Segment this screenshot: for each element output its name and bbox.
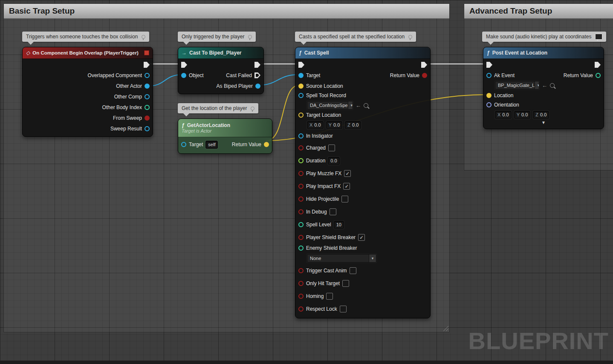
bubble-pin-icon[interactable]: [595, 34, 602, 40]
orientation-x-field[interactable]: X0.0: [495, 111, 512, 119]
node-header[interactable]: → Cast To Biped_Player: [178, 47, 263, 59]
orientation-z-field[interactable]: Z0.0: [533, 111, 549, 119]
play-muzzle-fx-pin[interactable]: [298, 171, 304, 176]
location-pin[interactable]: [486, 93, 492, 98]
pin-label: In Debug: [306, 209, 327, 215]
other-body-index-pin[interactable]: [145, 105, 150, 110]
node-comment-bubble: Triggers when someone touches the box co…: [22, 32, 149, 42]
sweep-result-pin[interactable]: [145, 126, 150, 131]
pin-label: Spell Level: [306, 222, 331, 228]
exec-out-pin[interactable]: [421, 62, 427, 68]
bubble-pin-icon[interactable]: [142, 35, 145, 39]
exec-in-pin[interactable]: [181, 62, 187, 68]
homing-checkbox[interactable]: [326, 293, 333, 300]
orientation-y-field[interactable]: Y0.0: [514, 111, 531, 119]
return-value-pin[interactable]: [596, 73, 601, 78]
node-get-actor-location[interactable]: ƒ GetActorLocation Target is Actor Targe…: [178, 118, 272, 154]
pin-label: Return Value: [390, 72, 419, 78]
use-selected-asset-icon[interactable]: ←: [356, 103, 361, 108]
bubble-pin-icon[interactable]: [248, 35, 252, 39]
chevron-down-icon: ▾: [369, 254, 376, 262]
pin-label: Only Hit Target: [306, 280, 340, 286]
pin-label: Respect Lock: [306, 306, 337, 312]
spell-level-field[interactable]: 10: [334, 221, 344, 229]
use-selected-asset-icon[interactable]: ←: [542, 83, 547, 88]
exec-in-pin[interactable]: [298, 62, 304, 68]
exec-out-pin[interactable]: [254, 62, 260, 68]
bubble-pin-icon[interactable]: [408, 35, 412, 39]
trigger-cast-anim-pin[interactable]: [298, 268, 304, 273]
only-hit-target-pin[interactable]: [298, 281, 304, 286]
in-debug-pin[interactable]: [298, 209, 304, 214]
bubble-pin-icon[interactable]: [251, 107, 254, 110]
exec-out-pin[interactable]: [595, 62, 601, 68]
play-muzzle-fx-checkbox[interactable]: ✓: [344, 170, 351, 177]
player-shield-breaker-checkbox[interactable]: ✓: [358, 234, 365, 241]
charged-pin[interactable]: [298, 145, 304, 150]
from-sweep-pin[interactable]: [145, 116, 150, 121]
play-impact-fx-pin[interactable]: [298, 184, 304, 189]
pin-label: Overlapped Component: [88, 72, 142, 78]
node-title: Cast To Biped_Player: [189, 50, 241, 56]
delegate-pin[interactable]: [144, 50, 149, 55]
target-location-pin[interactable]: [298, 113, 304, 118]
node-header[interactable]: ƒ Post Event at Location: [483, 47, 604, 59]
duration-field[interactable]: 0.0: [328, 157, 339, 165]
browse-asset-icon[interactable]: [364, 103, 368, 108]
exec-out-pin[interactable]: [144, 62, 150, 68]
node-cast-spell[interactable]: ƒ Cast Spell Target Return Value Source …: [295, 47, 431, 318]
ak-event-dropdown[interactable]: BP_MagicGate_L ▾: [495, 81, 539, 90]
spell-level-pin[interactable]: [298, 222, 304, 227]
resize-grip[interactable]: [442, 325, 448, 331]
only-hit-target-checkbox[interactable]: [342, 280, 349, 287]
respect-lock-checkbox[interactable]: [340, 306, 347, 312]
node-post-event[interactable]: ƒ Post Event at Location Ak Event Return…: [483, 47, 604, 129]
exec-in-pin[interactable]: [486, 62, 492, 68]
pin-label: Play Muzzle FX: [306, 170, 341, 176]
node-header[interactable]: ƒ GetActorLocation Target is Actor: [178, 119, 272, 137]
source-location-pin[interactable]: [298, 84, 304, 89]
comment-title-basic[interactable]: Basic Trap Setup: [4, 4, 449, 19]
respect-lock-pin[interactable]: [298, 306, 304, 312]
ak-event-pin[interactable]: [486, 73, 492, 78]
node-header[interactable]: ƒ Cast Spell: [295, 47, 430, 59]
target-self-field[interactable]: self: [205, 141, 218, 149]
enemy-shield-breaker-pin[interactable]: [298, 246, 304, 251]
play-impact-fx-checkbox[interactable]: ✓: [343, 183, 350, 190]
target-location-z-field[interactable]: Z0.0: [345, 121, 361, 129]
target-location-x-field[interactable]: X0.0: [307, 121, 324, 129]
pin-label: Spell Tool Record: [306, 92, 346, 98]
in-instigator-pin[interactable]: [298, 133, 304, 139]
pin-label: Sweep Result: [110, 126, 142, 132]
spell-tool-record-pin[interactable]: [298, 93, 304, 98]
node-cast-to-player[interactable]: → Cast To Biped_Player Object Cast Faile…: [178, 47, 264, 94]
player-shield-breaker-pin[interactable]: [298, 235, 304, 240]
enemy-shield-breaker-dropdown[interactable]: None ▾: [307, 254, 376, 263]
collapse-advanced-pins-button[interactable]: ▼: [483, 120, 604, 126]
node-begin-overlap[interactable]: ◇ On Component Begin Overlap (PlayerTrig…: [22, 47, 153, 137]
object-pin[interactable]: [181, 73, 186, 78]
other-actor-pin[interactable]: [145, 84, 150, 89]
cast-failed-pin[interactable]: [254, 72, 260, 78]
return-value-pin[interactable]: [422, 73, 427, 78]
hide-projectile-pin[interactable]: [298, 196, 304, 202]
charged-checkbox[interactable]: [328, 144, 335, 151]
pin-label: In Instigator: [306, 133, 333, 139]
target-pin[interactable]: [298, 73, 304, 78]
duration-pin[interactable]: [298, 158, 304, 163]
in-debug-checkbox[interactable]: [330, 208, 336, 215]
orientation-pin[interactable]: [486, 102, 492, 107]
other-comp-pin[interactable]: [145, 94, 150, 99]
comment-title-advanced[interactable]: Advanced Trap Setup: [464, 4, 613, 19]
as-biped-player-pin[interactable]: [255, 84, 260, 89]
browse-asset-icon[interactable]: [550, 83, 555, 88]
overlapped-component-pin[interactable]: [145, 73, 150, 78]
trigger-cast-anim-checkbox[interactable]: [350, 267, 356, 274]
target-location-y-field[interactable]: Y0.0: [326, 121, 343, 129]
node-header[interactable]: ◇ On Component Begin Overlap (PlayerTrig…: [23, 47, 153, 59]
hide-projectile-checkbox[interactable]: [341, 196, 348, 202]
homing-pin[interactable]: [298, 294, 304, 299]
target-pin[interactable]: [181, 142, 186, 147]
spell-tool-record-dropdown[interactable]: DA_ConfringoSpe ▾: [307, 101, 353, 110]
return-value-pin[interactable]: [264, 142, 269, 147]
